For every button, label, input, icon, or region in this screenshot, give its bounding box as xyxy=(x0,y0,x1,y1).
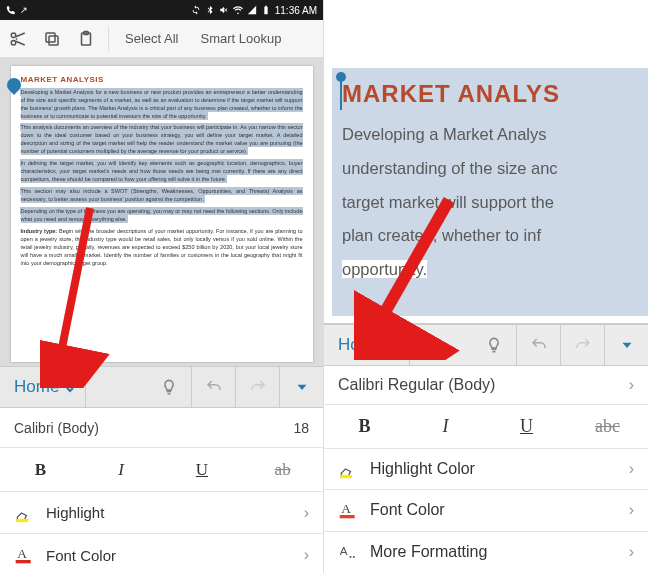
svg-rect-11 xyxy=(341,475,353,478)
font-size: 18 xyxy=(293,420,309,436)
chevron-right-icon: › xyxy=(304,504,309,522)
font-color-label: Font Color xyxy=(370,501,617,519)
ribbon-tab-home[interactable]: Home xyxy=(0,367,86,407)
more-formatting-row[interactable]: A More Formatting › xyxy=(324,532,648,573)
android-status-bar: ↗ 11:36 AM xyxy=(0,0,323,20)
undo-icon xyxy=(530,336,548,354)
chevron-updown-icon xyxy=(389,334,399,355)
document-canvas[interactable]: MARKET ANALYSIS Developing a Market Anal… xyxy=(0,58,323,366)
text-format-row: B I U ab xyxy=(0,448,323,492)
context-toolbar: Select All Smart Lookup xyxy=(0,20,323,58)
svg-point-0 xyxy=(11,33,16,38)
strikethrough-button[interactable]: ab xyxy=(242,460,323,480)
doc-paragraph: Depending on the type of business you ar… xyxy=(21,208,303,222)
doc-paragraph: In defining the target market, you will … xyxy=(21,160,303,182)
highlight-row[interactable]: Highlight Color › xyxy=(324,449,648,491)
highlight-label: Highlight xyxy=(46,504,292,521)
document-page[interactable]: MARKET ANALYSIS Developing a Market Anal… xyxy=(11,66,313,362)
font-picker-row[interactable]: Calibri (Body) 18 xyxy=(0,408,323,448)
redo-icon xyxy=(249,378,267,396)
doc-heading: MARKET ANALYSIS xyxy=(21,74,303,86)
undo-icon xyxy=(205,378,223,396)
font-name: Calibri (Body) xyxy=(14,420,99,436)
strikethrough-button[interactable]: abc xyxy=(567,416,648,437)
italic-button[interactable]: I xyxy=(81,460,162,480)
underline-button[interactable]: U xyxy=(486,416,567,437)
redo-icon xyxy=(574,336,592,354)
tell-me-button[interactable] xyxy=(147,367,191,407)
underline-button[interactable]: U xyxy=(162,460,243,480)
doc-paragraph: Developing a Market Analysis for a new b… xyxy=(21,89,303,119)
triangle-down-icon xyxy=(618,336,636,354)
chevron-updown-icon xyxy=(65,377,75,398)
svg-point-15 xyxy=(350,556,352,558)
chevron-right-icon: › xyxy=(629,376,634,394)
svg-rect-6 xyxy=(17,518,29,521)
clipboard-icon xyxy=(77,30,95,48)
italic-button[interactable]: I xyxy=(405,416,486,437)
chevron-right-icon: › xyxy=(304,546,309,564)
signal-icon xyxy=(247,5,257,15)
font-color-label: Font Color xyxy=(46,547,292,564)
font-color-icon: A xyxy=(338,500,358,520)
font-name: Calibri Regular (Body) xyxy=(338,376,495,394)
sync-icon xyxy=(191,5,201,15)
highlight-label: Highlight Color xyxy=(370,460,617,478)
battery-icon xyxy=(261,5,271,15)
svg-text:A: A xyxy=(17,546,27,561)
lightbulb-icon xyxy=(485,336,503,354)
redo-button[interactable] xyxy=(560,325,604,365)
svg-rect-13 xyxy=(340,515,355,518)
svg-rect-8 xyxy=(16,560,31,563)
ribbon-tab-label: Home xyxy=(14,377,59,397)
highlight-row[interactable]: Highlight › xyxy=(0,492,323,534)
mute-icon xyxy=(219,5,229,15)
more-formatting-icon: A xyxy=(338,542,358,562)
cut-button[interactable] xyxy=(6,27,30,51)
undo-button[interactable] xyxy=(516,325,560,365)
font-picker-row[interactable]: Calibri Regular (Body) › xyxy=(324,366,648,406)
chevron-right-icon: › xyxy=(629,501,634,519)
chevron-right-icon: › xyxy=(629,460,634,478)
tell-me-button[interactable] xyxy=(472,325,516,365)
clock-text: 11:36 AM xyxy=(275,5,317,16)
paste-button[interactable] xyxy=(74,27,98,51)
svg-point-16 xyxy=(353,556,355,558)
phone-icon xyxy=(6,5,16,15)
undo-button[interactable] xyxy=(191,367,235,407)
doc-heading: MARKET ANALYS xyxy=(342,80,560,108)
ribbon-tab-home[interactable]: Home xyxy=(324,325,410,365)
doc-body: Developing a Market Analys understanding… xyxy=(342,118,648,287)
chevron-right-icon: › xyxy=(629,543,634,561)
collapse-ribbon-button[interactable] xyxy=(279,367,323,407)
bold-button[interactable]: B xyxy=(324,416,405,437)
doc-paragraph: This analysis documents an overview of t… xyxy=(21,124,303,154)
ribbon-bar: Home xyxy=(0,366,323,408)
svg-rect-2 xyxy=(49,36,58,45)
bluetooth-icon xyxy=(205,5,215,15)
smart-lookup-button[interactable]: Smart Lookup xyxy=(194,27,287,50)
more-formatting-label: More Formatting xyxy=(370,543,617,561)
triangle-down-icon xyxy=(293,378,311,396)
font-color-icon: A xyxy=(14,545,34,565)
font-color-row[interactable]: A Font Color › xyxy=(324,490,648,532)
wifi-icon xyxy=(233,5,243,15)
ribbon-bar: Home xyxy=(324,324,648,366)
font-color-row[interactable]: A Font Color › xyxy=(0,534,323,573)
svg-text:A: A xyxy=(340,545,348,558)
bold-button[interactable]: B xyxy=(0,460,81,480)
ribbon-tab-label: Home xyxy=(338,335,383,355)
svg-rect-3 xyxy=(46,33,55,42)
scissors-icon xyxy=(9,30,27,48)
lightbulb-icon xyxy=(160,378,178,396)
copy-icon xyxy=(43,30,61,48)
doc-paragraph: This section may also include a SWOT (St… xyxy=(21,188,303,202)
copy-button[interactable] xyxy=(40,27,64,51)
text-format-row: B I U abc xyxy=(324,405,648,448)
document-canvas-zoom[interactable]: MARKET ANALYS Developing a Market Analys… xyxy=(324,0,648,324)
select-all-button[interactable]: Select All xyxy=(119,27,184,50)
redo-button[interactable] xyxy=(235,367,279,407)
collapse-ribbon-button[interactable] xyxy=(604,325,648,365)
doc-paragraph: Begin with the broader descriptions of y… xyxy=(21,228,303,266)
highlight-icon xyxy=(14,503,34,523)
